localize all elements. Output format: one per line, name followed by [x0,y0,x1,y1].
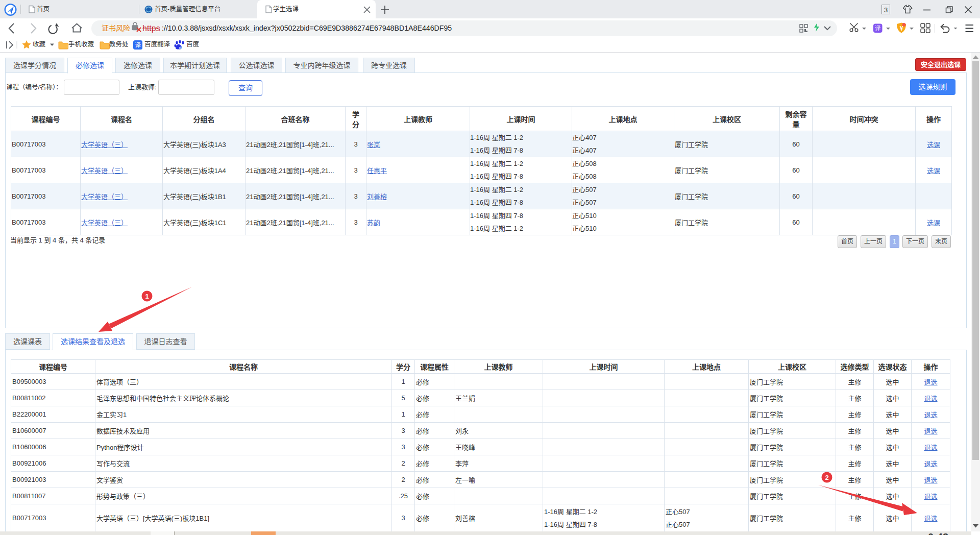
svg-text:译: 译 [875,25,881,32]
svg-text:译: 译 [135,42,141,49]
svg-text:du: du [179,45,184,50]
